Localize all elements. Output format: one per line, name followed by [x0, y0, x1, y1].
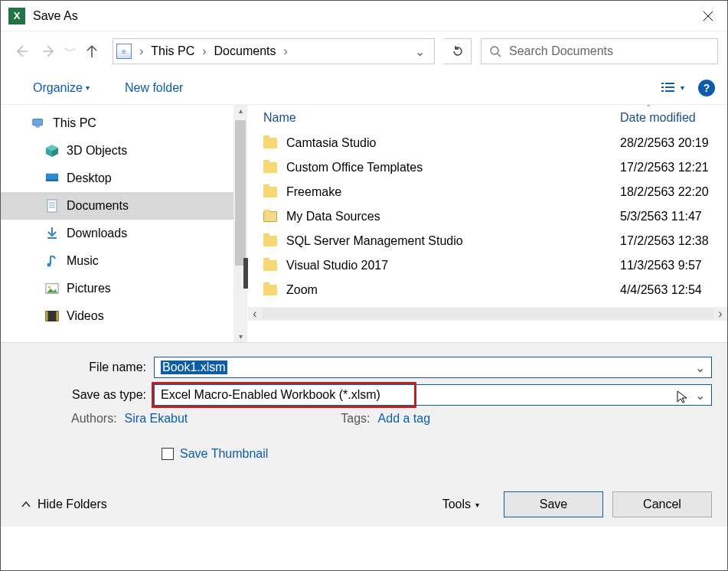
tree-item-pictures[interactable]: Pictures — [1, 275, 247, 302]
organize-button[interactable]: Organize ▾ — [28, 78, 94, 98]
save-thumbnail-checkbox[interactable] — [162, 448, 174, 460]
file-row[interactable]: Visual Studio 201711/3/2563 9:57 — [248, 253, 727, 278]
organize-label: Organize — [33, 81, 83, 95]
file-name: SQL Server Management Studio — [286, 234, 620, 248]
new-folder-label: New folder — [125, 81, 183, 95]
svg-rect-10 — [33, 119, 43, 126]
filename-input[interactable]: Book1.xlsm ⌄ — [154, 357, 712, 378]
tags-value[interactable]: Add a tag — [378, 412, 431, 426]
tree-item-thispc[interactable]: This PC — [1, 109, 247, 137]
close-button[interactable] — [689, 1, 727, 31]
location-icon — [116, 44, 132, 59]
cancel-button[interactable]: Cancel — [612, 491, 712, 517]
file-row[interactable]: Camtasia Studio28/2/2563 20:19 — [248, 131, 727, 155]
horizontal-scrollbar[interactable]: ‹ › — [248, 307, 727, 321]
scroll-down-icon[interactable]: ▾ — [239, 332, 243, 341]
tree-label: Downloads — [67, 227, 127, 240]
metadata-row: Authors: Sira Ekabut Tags: Add a tag — [16, 412, 712, 426]
sort-indicator-icon: ⌃ — [409, 103, 728, 112]
svg-rect-27 — [46, 312, 48, 321]
chevron-down-icon[interactable]: ⌄ — [695, 388, 705, 403]
new-folder-button[interactable]: New folder — [120, 78, 188, 98]
file-name: Freemake — [286, 185, 620, 199]
file-row[interactable]: My Data Sources5/3/2563 11:47 — [248, 204, 727, 229]
tree-scrollbar[interactable]: ▴ ▾ — [233, 105, 247, 342]
svg-rect-16 — [46, 180, 58, 181]
scrollbar-track[interactable] — [262, 308, 713, 319]
cursor-icon — [676, 390, 690, 403]
scroll-left-icon[interactable]: ‹ — [248, 307, 262, 321]
tree-item-music[interactable]: Music — [1, 247, 247, 275]
tree-label: Documents — [67, 199, 129, 213]
save-button[interactable]: Save — [504, 491, 603, 517]
save-thumbnail-label[interactable]: Save Thumbnail — [180, 447, 268, 461]
folder-icon — [263, 236, 277, 246]
file-list[interactable]: ⌃ Name Date modified Camtasia Studio28/2… — [247, 105, 727, 342]
tree-label: Videos — [67, 309, 104, 323]
svg-rect-9 — [665, 90, 674, 92]
file-row[interactable]: Custom Office Templates17/2/2563 12:21 — [248, 155, 727, 180]
back-button[interactable] — [10, 40, 33, 63]
file-name: Custom Office Templates — [286, 161, 620, 175]
tools-button[interactable]: Tools ▾ — [442, 498, 479, 511]
hide-folders-label: Hide Folders — [38, 498, 107, 511]
arrow-up-icon — [84, 44, 100, 59]
title-bar: Save As — [1, 1, 727, 31]
svg-rect-8 — [661, 90, 664, 92]
filetype-label: Save as type: — [16, 388, 154, 402]
arrow-left-icon — [14, 44, 29, 59]
chevron-right-icon: › — [136, 44, 146, 58]
document-icon — [45, 200, 59, 212]
tree-item-desktop[interactable]: Desktop — [1, 165, 247, 192]
refresh-button[interactable] — [444, 38, 472, 64]
tree-item-downloads[interactable]: Downloads — [1, 220, 247, 247]
folder-icon — [263, 285, 277, 295]
navigation-row: ﹀ › This PC › Documents › ⌄ Search Docum… — [1, 31, 727, 71]
hide-folders-button[interactable]: Hide Folders — [16, 498, 107, 511]
tree-label: Desktop — [67, 171, 112, 185]
tree-item-documents[interactable]: Documents — [1, 192, 247, 220]
pictures-icon — [45, 282, 59, 295]
filetype-select[interactable]: Excel Macro-Enabled Workbook (*.xlsm) ⌄ — [154, 384, 712, 406]
recent-dropdown[interactable]: ﹀ — [65, 40, 76, 63]
toolbar: Organize ▾ New folder ▾ ? — [1, 71, 727, 105]
breadcrumb-documents[interactable]: Documents — [210, 44, 281, 58]
authors-value[interactable]: Sira Ekabut — [125, 412, 188, 426]
chevron-down-icon: ▾ — [475, 501, 479, 509]
view-list-icon — [661, 81, 677, 95]
forward-button[interactable] — [38, 40, 60, 63]
address-history-dropdown[interactable]: ⌄ — [409, 44, 431, 59]
scroll-up-icon[interactable]: ▴ — [239, 106, 243, 115]
scrollbar-thumb[interactable] — [235, 120, 246, 266]
chevron-down-icon: ▾ — [681, 83, 684, 92]
file-date: 4/4/2563 12:54 — [620, 283, 727, 297]
file-row[interactable]: Freemake18/2/2563 22:20 — [248, 180, 727, 204]
filetype-value: Excel Macro-Enabled Workbook (*.xlsm) — [161, 388, 380, 402]
up-button[interactable] — [80, 40, 103, 63]
close-icon — [703, 11, 713, 21]
address-bar[interactable]: › This PC › Documents › ⌄ — [113, 38, 435, 64]
svg-point-22 — [47, 263, 51, 267]
file-list-header[interactable]: ⌃ Name Date modified — [248, 105, 727, 131]
column-name[interactable]: Name — [263, 111, 620, 125]
arrow-right-icon — [41, 44, 57, 59]
file-date: 5/3/2563 11:47 — [620, 210, 727, 224]
column-date[interactable]: Date modified — [620, 111, 727, 125]
window-title: Save As — [33, 9, 78, 23]
file-row[interactable]: Zoom4/4/2563 12:54 — [248, 278, 727, 302]
tree-item-3dobjects[interactable]: 3D Objects — [1, 137, 247, 165]
svg-rect-28 — [56, 312, 58, 321]
svg-rect-5 — [665, 83, 674, 84]
view-options-button[interactable]: ▾ — [661, 81, 684, 95]
search-input[interactable]: Search Documents — [481, 38, 718, 64]
search-icon — [489, 45, 501, 57]
scroll-right-icon[interactable]: › — [713, 307, 727, 321]
tree-item-videos[interactable]: Videos — [1, 302, 247, 330]
help-button[interactable]: ? — [698, 80, 715, 96]
breadcrumb-thispc[interactable]: This PC — [146, 44, 199, 58]
navigation-tree[interactable]: This PC 3D Objects Desktop Documents Dow… — [1, 105, 247, 342]
authors-label: Authors: — [71, 412, 117, 426]
file-row[interactable]: SQL Server Management Studio17/2/2563 12… — [248, 229, 727, 253]
tree-label: 3D Objects — [67, 144, 127, 158]
chevron-down-icon[interactable]: ⌄ — [695, 361, 705, 375]
